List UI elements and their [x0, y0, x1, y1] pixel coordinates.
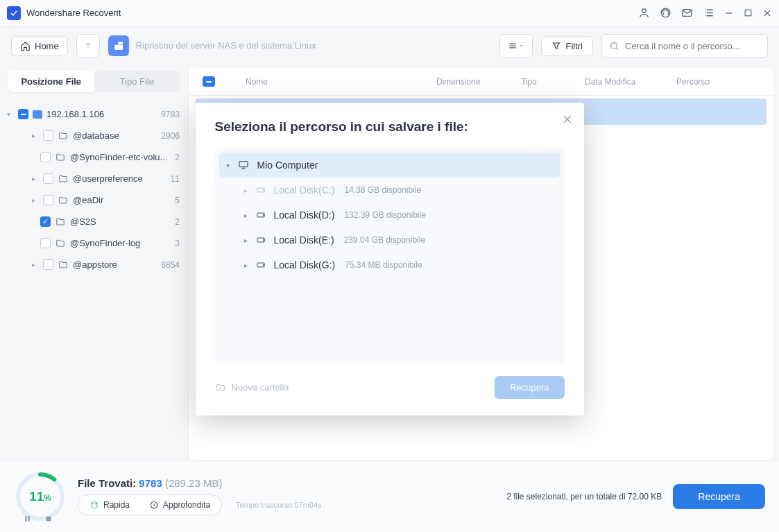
disk-icon — [255, 235, 267, 245]
disk-icon — [255, 185, 267, 195]
chevron-down-icon[interactable]: ▾ — [226, 162, 230, 169]
new-folder-label: Nuova cartella — [232, 382, 289, 393]
new-folder-button[interactable]: Nuova cartella — [215, 382, 289, 393]
modal-title: Seleziona il percorso in cui salvare i f… — [215, 119, 565, 135]
drive-name: Local Disk(E:) — [274, 234, 334, 246]
location-panel: ▾ Mio Computer ▸ Local Disk(C:) 14.38 GB… — [215, 148, 565, 363]
chevron-right-icon[interactable]: ▸ — [244, 237, 248, 244]
computer-icon — [237, 160, 250, 171]
location-drive[interactable]: ▸ Local Disk(E:) 239.04 GB disponibile — [219, 228, 560, 252]
chevron-right-icon[interactable]: ▸ — [244, 261, 248, 269]
close-icon — [562, 114, 573, 125]
location-root-label: Mio Computer — [257, 160, 318, 171]
svg-point-20 — [262, 264, 263, 265]
svg-point-16 — [262, 214, 263, 215]
drive-name: Local Disk(G:) — [274, 259, 336, 271]
location-drive[interactable]: ▸ Local Disk(G:) 75.34 MB disponibile — [219, 252, 560, 277]
chevron-right-icon[interactable]: ▸ — [244, 212, 248, 219]
modal-close-button[interactable] — [559, 111, 576, 130]
folder-plus-icon — [215, 383, 226, 393]
svg-point-14 — [262, 189, 263, 190]
location-root[interactable]: ▾ Mio Computer — [219, 153, 560, 178]
drive-avail: 132.39 GB disponibile — [344, 210, 425, 220]
location-drive[interactable]: ▸ Local Disk(C:) 14.38 GB disponibile — [219, 178, 560, 203]
drive-name: Local Disk(D:) — [274, 209, 335, 221]
modal-backdrop: Seleziona il percorso in cui salvare i f… — [0, 0, 779, 532]
modal-footer: Nuova cartella Recupera — [215, 376, 565, 399]
svg-point-18 — [262, 239, 263, 240]
drive-name: Local Disk(C:) — [274, 185, 335, 196]
drive-avail: 239.04 GB disponibile — [344, 235, 425, 245]
svg-rect-12 — [239, 162, 248, 167]
drive-avail: 75.34 MB disponibile — [345, 260, 422, 270]
save-location-modal: Seleziona il percorso in cui salvare i f… — [196, 103, 584, 415]
location-drive[interactable]: ▸ Local Disk(D:) 132.39 GB disponibile — [219, 203, 560, 228]
disk-icon — [255, 210, 267, 220]
modal-recover-button[interactable]: Recupera — [495, 376, 564, 399]
disk-icon — [255, 260, 267, 270]
drive-avail: 14.38 GB disponibile — [344, 185, 421, 195]
chevron-right-icon[interactable]: ▸ — [244, 187, 248, 194]
